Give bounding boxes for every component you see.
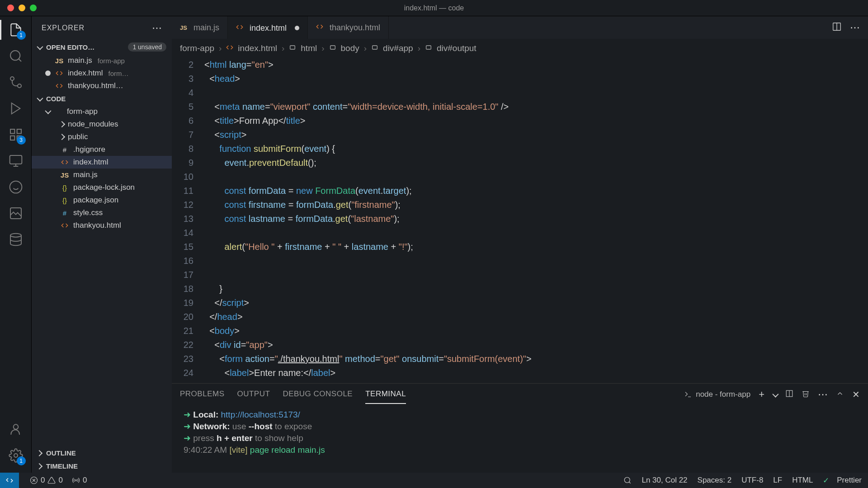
file-item[interactable]: #.hgignore [32,143,172,156]
breadcrumb-separator: › [418,43,420,53]
split-terminal-icon[interactable] [785,389,793,400]
open-editors-header[interactable]: OPEN EDITO… 1 unsaved [32,40,172,54]
panel-more-icon[interactable]: ⋯ [818,389,828,400]
breadcrumb-segment[interactable]: index.html [238,43,277,53]
language-mode[interactable]: HTML [792,476,813,485]
outline-header[interactable]: OUTLINE [32,446,172,460]
file-item[interactable]: {}package.json [32,194,172,206]
extensions-badge: 3 [17,136,26,145]
svg-rect-7 [10,136,14,140]
open-editor-item[interactable]: JSmain.jsform-app [32,54,172,67]
settings-gear-icon[interactable]: 1 [8,447,24,464]
window-maximize[interactable] [30,5,37,11]
cursor-position[interactable]: Ln 30, Col 22 [642,476,687,485]
panel-tab[interactable]: TERMINAL [365,385,406,404]
code-section-header[interactable]: CODE [32,92,172,105]
remote-indicator[interactable] [0,473,19,488]
file-item[interactable]: thankyou.html [32,219,172,232]
breadcrumb[interactable]: form-app›index.html›html›body›div#app›di… [172,39,868,58]
tag-icon [425,43,432,53]
svg-rect-9 [9,155,22,164]
formatter[interactable]: ✓ Prettier [823,476,862,485]
chevron-down-icon [37,95,43,103]
editor-tab[interactable]: thankyou.html [308,16,389,39]
breadcrumb-segment[interactable]: div#output [437,43,476,53]
svg-point-15 [13,424,18,429]
window-minimize[interactable] [19,5,25,11]
timeline-label: TIMELINE [46,462,78,470]
panel-tab[interactable]: DEBUG CONSOLE [283,385,353,404]
trash-icon[interactable] [802,389,810,400]
terminal-process-label[interactable]: node - form-app [684,390,750,399]
new-terminal-icon[interactable]: + [759,389,764,400]
breadcrumb-segment[interactable]: div#app [383,43,413,53]
folder-item[interactable]: node_modules [32,118,172,131]
source-control-icon[interactable] [8,74,24,90]
html-file-icon [226,43,233,53]
file-item[interactable]: {}package-lock.json [32,181,172,194]
maximize-panel-icon[interactable] [836,389,844,400]
panel-tab[interactable]: PROBLEMS [180,385,224,404]
breadcrumb-segment[interactable]: form-app [180,43,214,53]
more-actions-icon[interactable]: ⋯ [850,22,860,33]
unsaved-badge: 1 unsaved [128,42,166,52]
editor-tab[interactable]: index.html [228,16,308,39]
breadcrumb-separator: › [282,43,284,53]
editor-tab[interactable]: JSmain.js [172,16,228,39]
indent-setting[interactable]: Spaces: 2 [698,476,732,485]
tag-icon [289,43,296,53]
database-icon[interactable] [8,231,24,248]
chevron-down-icon [37,43,43,51]
asset-icon[interactable] [8,205,24,221]
chevron-down-icon [45,107,50,116]
terminal-output[interactable]: ➜ Local: http://localhost:5173/ ➜ Networ… [172,405,868,473]
hash-file-icon: # [60,146,70,154]
dirty-indicator [45,70,51,76]
zoom-indicator[interactable] [623,476,632,484]
folder-root[interactable]: form-app [32,105,172,118]
encoding[interactable]: UTF-8 [741,476,763,485]
terminal-dropdown-icon[interactable] [773,390,777,399]
eol[interactable]: LF [773,476,782,485]
open-editors-label: OPEN EDITO… [46,43,94,51]
file-item[interactable]: JSmain.js [32,169,172,181]
window-close[interactable] [7,5,14,11]
sidebar-more-icon[interactable]: ⋯ [152,22,162,34]
explorer-icon[interactable]: 1 [8,22,24,38]
close-panel-icon[interactable]: ✕ [852,389,860,400]
window-title: index.html — code [404,4,464,12]
search-icon[interactable] [8,48,24,64]
file-item[interactable]: #style.css [32,206,172,219]
open-editor-item[interactable]: thankyou.html… [32,80,172,92]
panel-tab[interactable]: OUTPUT [237,385,270,404]
edge-icon[interactable] [8,179,24,195]
account-icon[interactable] [8,421,24,437]
activity-bar: 1 3 [0,16,32,473]
run-debug-icon[interactable] [8,100,24,117]
folder-item[interactable]: public [32,131,172,143]
svg-marker-4 [11,103,20,114]
errors-warnings[interactable]: 0 0 [30,476,63,485]
remote-explorer-icon[interactable] [8,153,24,169]
breadcrumb-separator: › [364,43,367,53]
extensions-icon[interactable]: 3 [8,127,24,143]
json-file-icon: {} [60,184,70,192]
css-file-icon: # [60,209,70,217]
html-file-icon [54,82,64,89]
chevron-right-icon [60,120,64,129]
breadcrumb-segment[interactable]: body [341,43,359,53]
file-item[interactable]: index.html [32,156,172,169]
svg-point-30 [625,477,630,483]
code-editor[interactable]: 2345678910111213141516171819202122232425… [172,58,868,383]
breadcrumb-segment[interactable]: html [301,43,317,53]
chevron-right-icon [37,462,43,470]
html-file-icon [60,159,70,166]
split-editor-icon[interactable] [832,22,842,34]
ports-indicator[interactable]: 0 [72,476,87,485]
open-editor-item[interactable]: index.htmlform… [32,67,172,80]
editor-tabs: JSmain.jsindex.htmlthankyou.html ⋯ [172,16,868,39]
timeline-header[interactable]: TIMELINE [32,460,172,473]
html-file-icon [60,222,70,229]
svg-rect-20 [330,46,335,49]
breadcrumb-separator: › [321,43,324,53]
